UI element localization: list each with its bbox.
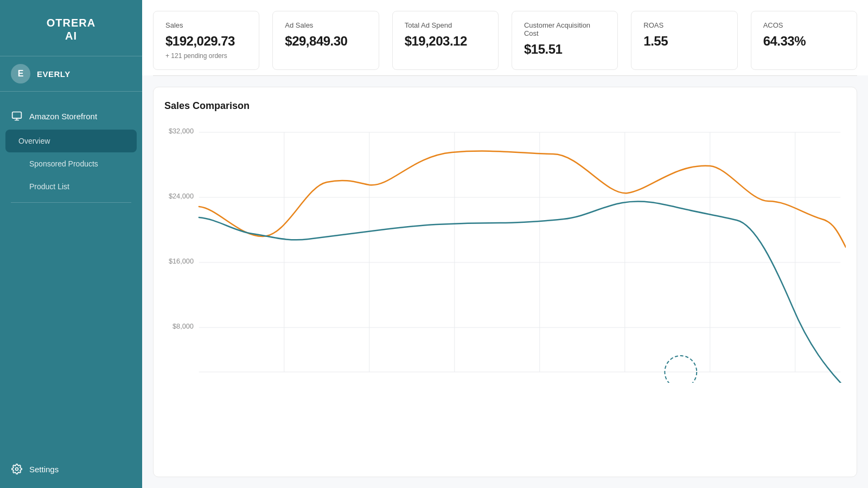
metric-card-roas: ROAS 1.55 [631, 11, 737, 70]
metric-value-roas: 1.55 [643, 34, 725, 49]
svg-rect-0 [12, 112, 22, 119]
metric-value-ad-sales: $29,849.30 [285, 34, 366, 49]
metric-sub-sales: + 121 pending orders [165, 52, 247, 60]
dashed-indicator [665, 356, 697, 383]
svg-point-3 [16, 468, 18, 471]
user-name: EVERLY [37, 69, 71, 79]
sidebar-item-sponsored-products[interactable]: Sponsored Products [0, 152, 142, 175]
metric-label-total-ad-spend: Total Ad Spend [405, 21, 486, 29]
metric-card-ad-sales: Ad Sales $29,849.30 [272, 11, 379, 70]
metric-value-sales: $192,029.73 [165, 34, 247, 49]
sidebar-label-settings: Settings [29, 465, 59, 474]
section-divider [153, 75, 857, 76]
sidebar-label-sponsored-products: Sponsored Products [29, 159, 98, 168]
metrics-row: Sales $192,029.73 + 121 pending orders A… [153, 11, 857, 70]
sidebar-item-amazon-storefront[interactable]: Amazon Storefront [0, 102, 142, 130]
metric-label-sales: Sales [165, 21, 247, 29]
nav-section: Amazon Storefront Overview Sponsored Pro… [0, 92, 142, 218]
metric-value-cac: $15.51 [524, 42, 605, 57]
sidebar-label-overview: Overview [18, 137, 50, 145]
metric-label-cac: Customer Acquisition Cost [524, 21, 605, 37]
metric-label-ad-sales: Ad Sales [285, 21, 366, 29]
svg-text:$24,000: $24,000 [169, 192, 194, 200]
teal-line [199, 201, 846, 383]
nav-divider [11, 202, 131, 203]
metric-label-acos: ACOS [763, 21, 845, 29]
metric-card-cac: Customer Acquisition Cost $15.51 [512, 11, 618, 70]
metric-card-acos: ACOS 64.33% [751, 11, 857, 70]
metric-card-sales: Sales $192,029.73 + 121 pending orders [153, 11, 259, 70]
sales-comparison-chart: $32,000 $24,000 $16,000 $8,000 [164, 123, 846, 383]
chart-container: $32,000 $24,000 $16,000 $8,000 [164, 123, 846, 383]
metric-card-total-ad-spend: Total Ad Spend $19,203.12 [392, 11, 499, 70]
sidebar-item-settings[interactable]: Settings [0, 455, 142, 483]
sidebar: OTRERA AI E EVERLY Amazon Storefront Ove… [0, 0, 142, 488]
sidebar-bottom: Settings [0, 455, 142, 488]
sidebar-item-overview[interactable]: Overview [5, 130, 137, 152]
user-section[interactable]: E EVERLY [0, 56, 142, 92]
svg-text:$16,000: $16,000 [169, 257, 194, 265]
chart-section: Sales Comparison $32,000 $24,000 $16,000… [153, 87, 857, 477]
chart-title: Sales Comparison [164, 100, 846, 112]
svg-text:$32,000: $32,000 [169, 127, 194, 135]
svg-text:$8,000: $8,000 [173, 322, 194, 330]
logo-area: OTRERA AI [0, 0, 142, 56]
avatar: E [11, 64, 30, 84]
metrics-wrapper: Sales $192,029.73 + 121 pending orders A… [142, 0, 868, 75]
store-icon [11, 110, 23, 122]
metric-value-total-ad-spend: $19,203.12 [405, 34, 486, 49]
main-content: Sales $192,029.73 + 121 pending orders A… [142, 0, 868, 488]
metric-label-roas: ROAS [643, 21, 725, 29]
brand-logo: OTRERA AI [47, 16, 95, 42]
orange-line [199, 151, 846, 247]
sidebar-label-product-list: Product List [29, 182, 69, 191]
metric-value-acos: 64.33% [763, 34, 845, 49]
gear-icon [11, 463, 23, 475]
sidebar-item-product-list[interactable]: Product List [0, 175, 142, 198]
sidebar-label-amazon-storefront: Amazon Storefront [29, 112, 97, 121]
